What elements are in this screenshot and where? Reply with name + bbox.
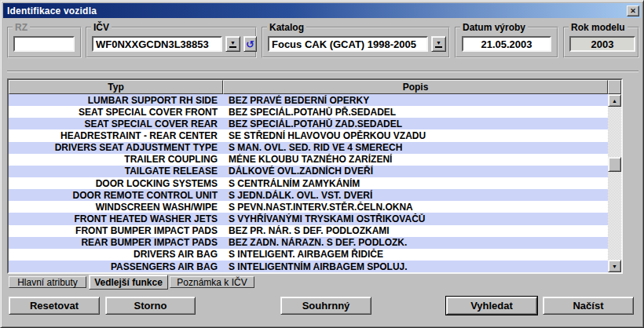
row-popis-cell: BEZ PRAVÉ BEDERNÍ OPERKY [223,95,608,106]
table-row[interactable]: REAR BUMPER IMPACT PADS BEZ ZADN. NÁRAZN… [9,237,608,249]
row-popis-cell: SE STŘEDNÍ HLAVOVOU OPĚRKOU VZADU [223,130,608,141]
tab-label: Poznámka k IČV [177,277,247,288]
datum-vyroby-input[interactable] [462,36,551,52]
tab-hlavni-atributy[interactable]: Hlavní atributy [9,276,86,288]
table-row[interactable]: WINDSCREEN WASH/WIPE S PEVN.NAST.INTERV.… [9,201,608,213]
table-row[interactable]: DOOR REMOTE CONTROL UNIT S JEDN.DÁLK. OV… [9,189,608,201]
tab-vedlejsi-funkce[interactable]: Vedlejší funkce [89,275,168,290]
rok-modelu-label: Rok modelu [569,22,628,33]
scroll-down-button[interactable]: ▼ [608,260,621,272]
row-popis-cell: BEZ SPECIÁL.POTAHŮ PŘ.SEDADEL [223,107,608,118]
rok-modelu-input [569,36,635,52]
row-typ-cell: FRONT HEATED WASHER JETS [9,213,223,224]
column-header-stub [608,80,621,94]
row-typ-cell: TRAILER COUPLING [9,154,223,165]
icv-undo-button[interactable]: ↺ [243,36,257,52]
table-row[interactable]: DRIVERS AIR BAG S INTELIGENT. AIRBAGEM Ř… [9,249,608,261]
table-row[interactable]: LUMBAR SUPPORT RH SIDE BEZ PRAVÉ BEDERNÍ… [9,94,608,106]
table-row[interactable]: FRONT HEATED WASHER JETS S VYHŘÍVANÝMI T… [9,213,608,224]
tab-label: Vedlejší funkce [94,277,163,288]
table-row[interactable]: TAILGATE RELEASE DÁLKOVÉ OVL.ZADNÍCH DVE… [9,166,608,177]
table-row[interactable]: FRONT BUMPER IMPACT PADS BEZ PR. NÁR. S … [9,225,608,237]
table-row[interactable]: HEADRESTRAINT - REAR CENTER SE STŘEDNÍ H… [9,129,608,141]
katalog-label: Katalog [267,22,306,33]
button-label: Načíst [573,300,603,312]
row-popis-cell: S PEVN.NAST.INTERV.STĚR.ČELN.OKNA [223,202,608,213]
attributes-table: Typ Popis LUMBAR SUPPORT RH SIDE BEZ PRA… [7,78,623,274]
group-katalog: Katalog ▼ [262,27,450,58]
row-popis-cell: BEZ SPECIÁL.POTAHŮ ZAD.SEDADEL [223,118,608,129]
separator-line [7,71,639,72]
rz-input[interactable] [13,36,75,52]
row-typ-cell: LUMBAR SUPPORT RH SIDE [9,95,223,106]
row-typ-cell: TAILGATE RELEASE [9,166,223,177]
chevron-down-icon: ▼ [436,40,441,46]
nacist-button[interactable]: Načíst [543,297,634,315]
katalog-input[interactable] [268,36,428,52]
button-label: Vyhledat [470,300,513,312]
katalog-dropdown-button[interactable]: ▼ [431,36,446,52]
row-popis-cell: S INTELIGENTNÍM AIRBAGEM SPOLUJ. [223,261,608,272]
scroll-up-button[interactable]: ▲ [608,94,621,107]
row-typ-cell: WINDSCREEN WASH/WIPE [9,202,223,213]
storno-button[interactable]: Storno [105,297,196,315]
icv-dropdown-button[interactable]: ▼ [225,36,240,52]
button-label: Resetovat [30,300,79,312]
tab-poznamka-k-icv[interactable]: Poznámka k IČV [170,276,254,288]
souhrnny-button[interactable]: Souhrnný [280,297,371,315]
titlebar: Identifikace vozidla ✕ [3,3,641,18]
table-header: Typ Popis [9,80,621,94]
row-popis-cell: S JEDN.DÁLK. OVL. VST. DVERÍ [223,190,608,201]
group-datum-vyroby: Datum výroby [455,27,558,58]
row-typ-cell: DOOR LOCKING SYSTEMS [9,178,223,189]
button-label: Souhrnný [302,300,350,312]
tab-label: Hlavní atributy [17,277,78,288]
table-row[interactable]: SEAT SPECIAL COVER REAR BEZ SPECIÁL.POTA… [9,118,608,129]
icv-label: IČV [91,22,112,33]
dropdown-bar-icon [229,46,236,48]
resetovat-button[interactable]: Resetovat [9,297,100,315]
table-body: LUMBAR SUPPORT RH SIDE BEZ PRAVÉ BEDERNÍ… [9,94,608,272]
column-header-typ[interactable]: Typ [9,80,223,94]
row-typ-cell: SEAT SPECIAL COVER FRONT [9,107,223,118]
row-popis-cell: MÉNE KLOUBU TAZNÉHO ZARÍZENÍ [223,154,608,165]
row-popis-cell: BEZ PR. NÁR. S DEF. PODLOZKAMI [223,225,608,236]
icv-input[interactable] [92,36,222,52]
chevron-down-icon: ▼ [230,40,236,46]
row-popis-cell: S MAN. OVL. SED. RID VE 4 SMERECH [223,142,608,153]
group-icv: IČV ▼ ↺ [86,27,257,58]
row-typ-cell: DRIVERS AIR BAG [9,249,223,260]
table-row[interactable]: TRAILER COUPLING MÉNE KLOUBU TAZNÉHO ZAR… [9,154,608,166]
row-typ-cell: SEAT SPECIAL COVER REAR [9,118,223,129]
button-label: Storno [134,300,167,312]
datum-vyroby-label: Datum výroby [460,22,528,33]
arrow-up-icon: ▲ [612,98,617,104]
row-popis-cell: DÁLKOVÉ OVL.ZADNÍCH DVEŘÍ [223,166,608,177]
group-rz: RZ [7,27,82,58]
row-typ-cell: FRONT BUMPER IMPACT PADS [9,225,223,236]
table-row[interactable]: DOOR LOCKING SYSTEMS S CENTRÁLNÍM ZAMYKÁ… [9,177,608,189]
undo-icon: ↺ [246,39,254,49]
group-rok-modelu: Rok modelu [563,27,639,58]
row-typ-cell: PASSENGERS AIR BAG [9,261,223,272]
vyhledat-button[interactable]: Vyhledat [446,297,537,315]
scrollbar-thumb[interactable] [608,157,621,172]
column-header-popis[interactable]: Popis [223,80,608,94]
table-row[interactable]: SEAT SPECIAL COVER FRONT BEZ SPECIÁL.POT… [9,106,608,118]
row-typ-cell: DOOR REMOTE CONTROL UNIT [9,190,223,201]
close-icon: ✕ [630,7,636,15]
row-popis-cell: S VYHŘÍVANÝMI TRYSKAMI OSTŘIKOVAČŮ [223,213,608,224]
close-button[interactable]: ✕ [627,5,639,16]
row-typ-cell: DRIVERS SEAT ADJUSTMENT TYPE [9,142,223,153]
window-title: Identifikace vozidla [7,5,97,16]
row-popis-cell: S CENTRÁLNÍM ZAMYKÁNÍM [223,178,608,189]
row-popis-cell: BEZ ZADN. NÁRAZN. S DEF. PODLOZK. [223,237,608,248]
dialog-window: Identifikace vozidla ✕ RZ IČV ▼ ↺ Katalo… [0,0,644,328]
vertical-scrollbar[interactable]: ▲ ▼ [608,94,621,272]
row-popis-cell: S INTELIGENT. AIRBAGEM ŘIDIČE [223,249,608,260]
table-row[interactable]: DRIVERS SEAT ADJUSTMENT TYPE S MAN. OVL.… [9,142,608,154]
arrow-down-icon: ▼ [612,264,617,269]
row-typ-cell: HEADRESTRAINT - REAR CENTER [9,130,223,141]
table-row[interactable]: PASSENGERS AIR BAG S INTELIGENTNÍM AIRBA… [9,261,608,272]
row-typ-cell: REAR BUMPER IMPACT PADS [9,237,223,248]
